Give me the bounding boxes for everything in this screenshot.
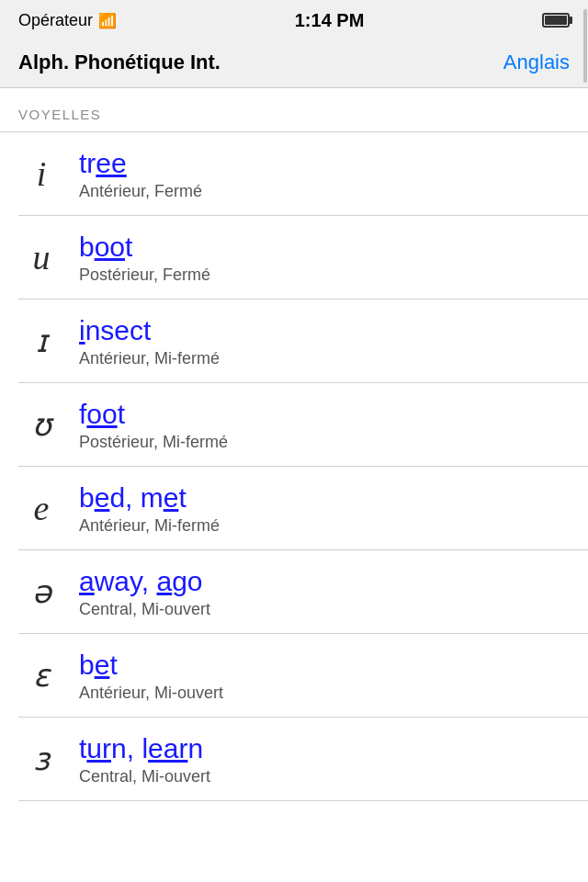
row-content: away, ago Central, Mi-ouvert xyxy=(79,565,570,619)
battery-icon xyxy=(542,13,570,28)
list-item[interactable]: ə away, ago Central, Mi-ouvert xyxy=(0,550,588,633)
phonetic-symbol: ʊ xyxy=(18,406,64,443)
word-label: foot xyxy=(79,398,570,431)
description-label: Antérieur, Mi-fermé xyxy=(79,349,570,368)
list-item[interactable]: u boot Postérieur, Fermé xyxy=(0,216,588,299)
description-label: Central, Mi-ouvert xyxy=(79,600,570,619)
nav-bar: Alph. Phonétique Int. Anglais xyxy=(0,37,588,88)
row-content: bet Antérieur, Mi-ouvert xyxy=(79,649,570,703)
status-bar: Opérateur 📶 1:14 PM xyxy=(0,0,588,37)
carrier-label: Opérateur xyxy=(18,11,93,30)
description-label: Antérieur, Mi-ouvert xyxy=(79,684,570,703)
phonetic-symbol: e xyxy=(18,488,64,528)
row-content: boot Postérieur, Fermé xyxy=(79,231,570,285)
phonetic-symbol: ɪ xyxy=(18,322,64,359)
description-label: Central, Mi-ouvert xyxy=(79,767,570,786)
word-label: bed, met xyxy=(79,481,570,514)
scrollbar-track xyxy=(582,88,588,882)
battery-body xyxy=(542,13,570,28)
row-content: insect Antérieur, Mi-fermé xyxy=(79,314,570,368)
list-item[interactable]: i tree Antérieur, Fermé xyxy=(0,132,588,215)
phonetic-symbol: u xyxy=(18,237,64,277)
word-label: boot xyxy=(79,231,570,264)
phonetic-symbol: ɜ xyxy=(18,741,64,777)
list-item[interactable]: ɪ insect Antérieur, Mi-fermé xyxy=(0,300,588,382)
phonetic-symbol: ə xyxy=(18,573,64,610)
battery-fill xyxy=(545,16,567,25)
list-item[interactable]: ʊ foot Postérieur, Mi-fermé xyxy=(0,383,588,466)
list-item[interactable]: e bed, met Antérieur, Mi-fermé xyxy=(0,467,588,549)
list-item[interactable]: ɛ bet Antérieur, Mi-ouvert xyxy=(0,634,588,717)
description-label: Postérieur, Mi-fermé xyxy=(79,433,570,452)
word-label: tree xyxy=(79,147,570,180)
phonetic-symbol: i xyxy=(18,153,64,194)
row-content: bed, met Antérieur, Mi-fermé xyxy=(79,481,570,536)
nav-title: Alph. Phonétique Int. xyxy=(18,51,220,74)
nav-right-button[interactable]: Anglais xyxy=(503,51,570,74)
word-label: bet xyxy=(79,649,570,682)
content-area: VOYELLES i tree Antérieur, Fermé u boot … xyxy=(0,88,588,882)
word-label: turn, learn xyxy=(79,732,570,765)
section-header-vowels: VOYELLES xyxy=(0,88,588,131)
description-label: Antérieur, Fermé xyxy=(79,182,570,201)
carrier-area: Opérateur 📶 xyxy=(18,11,117,30)
list-item[interactable]: ɜ turn, learn Central, Mi-ouvert xyxy=(0,718,588,800)
row-content: tree Antérieur, Fermé xyxy=(79,147,570,201)
description-label: Antérieur, Mi-fermé xyxy=(79,516,570,536)
wifi-icon: 📶 xyxy=(98,12,117,29)
word-label: insect xyxy=(79,314,570,347)
phonetic-symbol: ɛ xyxy=(18,657,64,694)
description-label: Postérieur, Fermé xyxy=(79,266,570,285)
row-content: foot Postérieur, Mi-fermé xyxy=(79,398,570,452)
clock: 1:14 PM xyxy=(295,10,365,31)
word-label: away, ago xyxy=(79,565,570,598)
row-content: turn, learn Central, Mi-ouvert xyxy=(79,732,570,786)
row-divider xyxy=(18,800,588,801)
